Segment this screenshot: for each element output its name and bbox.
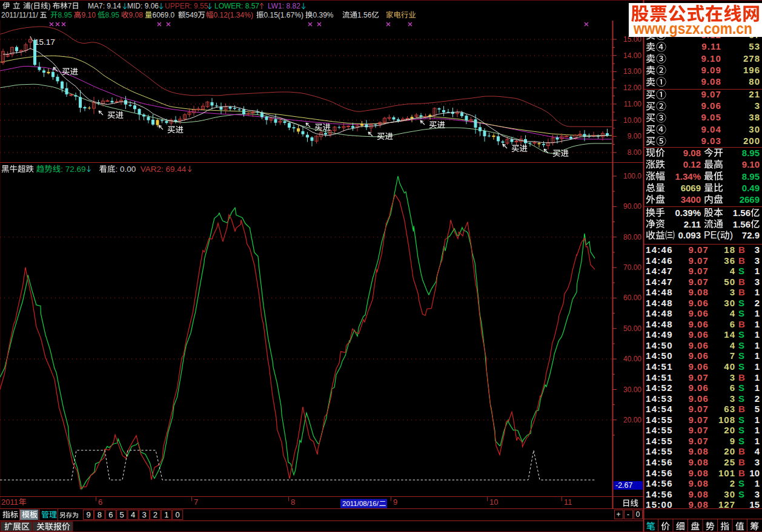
svg-text:50: 50 xyxy=(724,277,735,287)
svg-text:LW1: 8.82: LW1: 8.82 xyxy=(268,2,300,10)
svg-text:9.08: 9.08 xyxy=(688,478,709,488)
svg-text:1: 1 xyxy=(755,340,760,350)
svg-text:S: S xyxy=(738,340,744,350)
svg-text:9.07: 9.07 xyxy=(688,436,709,446)
svg-text:200: 200 xyxy=(743,136,760,146)
svg-text:3: 3 xyxy=(755,245,760,255)
svg-text:2: 2 xyxy=(755,393,760,404)
svg-text:B: B xyxy=(738,287,745,297)
svg-text:9.09: 9.09 xyxy=(701,65,721,75)
svg-text:9.07: 9.07 xyxy=(688,404,709,414)
svg-text:9: 9 xyxy=(730,436,735,446)
svg-text:30: 30 xyxy=(749,124,760,134)
svg-text:9.08: 9.08 xyxy=(701,76,721,87)
svg-text:6: 6 xyxy=(108,510,113,519)
svg-text:9.08: 9.08 xyxy=(129,11,144,19)
svg-text:9.05: 9.05 xyxy=(701,112,721,122)
svg-text:9.06: 9.06 xyxy=(688,361,709,372)
svg-text:): ) xyxy=(730,230,733,240)
svg-text:S: S xyxy=(738,436,744,446)
svg-text:2: 2 xyxy=(730,478,735,488)
svg-text:20: 20 xyxy=(724,446,735,456)
svg-text:1.34%: 1.34% xyxy=(675,171,701,182)
svg-text:9.06: 9.06 xyxy=(688,350,709,361)
svg-text:5: 5 xyxy=(755,404,760,414)
svg-text:4: 4 xyxy=(730,266,735,276)
svg-text:101: 101 xyxy=(718,468,735,478)
svg-text:53: 53 xyxy=(749,41,760,51)
svg-text:S: S xyxy=(738,266,744,276)
svg-text:1: 1 xyxy=(755,436,760,446)
svg-text:0: 0 xyxy=(176,510,180,519)
svg-text:1: 1 xyxy=(755,266,760,276)
svg-text:10: 10 xyxy=(489,498,498,507)
svg-text:14:47: 14:47 xyxy=(646,266,673,276)
svg-text:3: 3 xyxy=(730,393,735,404)
svg-text:9.10: 9.10 xyxy=(742,159,760,169)
svg-text:14:48: 14:48 xyxy=(646,319,673,329)
svg-text:7: 7 xyxy=(194,498,198,507)
svg-text:2011: 2011 xyxy=(1,498,18,507)
svg-text:0.39%: 0.39% xyxy=(313,11,334,19)
svg-text:3: 3 xyxy=(755,457,760,467)
svg-text:1: 1 xyxy=(755,372,760,383)
svg-text:127: 127 xyxy=(718,499,735,510)
svg-text:9.06: 9.06 xyxy=(688,319,709,329)
svg-text:10: 10 xyxy=(749,468,760,478)
svg-text:38: 38 xyxy=(749,112,760,122)
svg-text:www.gszx.com.cn: www.gszx.com.cn xyxy=(633,19,752,38)
svg-text:1.56: 1.56 xyxy=(357,11,372,19)
svg-text:1: 1 xyxy=(755,319,760,329)
svg-text:3: 3 xyxy=(755,277,760,287)
svg-text:14:55: 14:55 xyxy=(646,425,673,435)
svg-text:0.12(1.34%): 0.12(1.34%) xyxy=(214,11,253,19)
svg-text:14:51: 14:51 xyxy=(646,372,673,383)
svg-text:S: S xyxy=(738,350,744,361)
svg-text:LOWER: 8.57: LOWER: 8.57 xyxy=(214,2,259,10)
svg-text:40.00: 40.00 xyxy=(623,355,641,363)
svg-text:1.56: 1.56 xyxy=(733,219,750,229)
svg-text:10.00: 10.00 xyxy=(623,116,641,125)
svg-text:9.08: 9.08 xyxy=(688,457,709,467)
svg-text:B: B xyxy=(738,255,745,266)
svg-text:: 0.00: : 0.00 xyxy=(116,165,141,174)
svg-text:8.95: 8.95 xyxy=(742,148,760,158)
svg-text:9.06: 9.06 xyxy=(688,308,709,318)
svg-text:9.03: 9.03 xyxy=(701,136,721,146)
svg-text:B: B xyxy=(738,457,745,467)
svg-text:5: 5 xyxy=(120,510,124,519)
svg-text:9.06: 9.06 xyxy=(688,298,709,308)
svg-text:80: 80 xyxy=(749,76,760,87)
svg-text:0.15(1.67%): 0.15(1.67%) xyxy=(264,11,303,19)
svg-text:14:55: 14:55 xyxy=(646,446,673,456)
svg-text:80.00: 80.00 xyxy=(623,233,641,241)
svg-text:1: 1 xyxy=(755,329,760,340)
svg-text:14:51: 14:51 xyxy=(646,361,673,372)
svg-text:40: 40 xyxy=(724,361,735,372)
svg-text:18: 18 xyxy=(724,245,735,255)
svg-text:S: S xyxy=(738,298,744,308)
svg-text:2: 2 xyxy=(153,510,157,519)
svg-text:(: ( xyxy=(31,2,33,10)
svg-text:90.00: 90.00 xyxy=(623,202,641,211)
svg-text:1.56: 1.56 xyxy=(733,208,750,218)
svg-text:9.07: 9.07 xyxy=(688,266,709,276)
svg-text:9.10: 9.10 xyxy=(701,53,721,64)
svg-text:14:55: 14:55 xyxy=(646,436,673,446)
svg-text:3: 3 xyxy=(755,255,760,266)
svg-text:9.11: 9.11 xyxy=(701,41,721,51)
svg-text:S: S xyxy=(738,425,744,435)
svg-text:9.06: 9.06 xyxy=(701,100,721,111)
svg-text:S: S xyxy=(738,415,744,425)
svg-text:UPPER: 9.55: UPPER: 9.55 xyxy=(165,2,208,10)
svg-text:14:52: 14:52 xyxy=(646,383,673,393)
svg-text:S: S xyxy=(738,478,744,488)
svg-text:9.08: 9.08 xyxy=(688,499,709,510)
svg-text:7: 7 xyxy=(730,350,735,361)
svg-text:0: 0 xyxy=(636,510,640,519)
svg-text:6069.0: 6069.0 xyxy=(153,11,175,19)
svg-text:8: 8 xyxy=(291,498,295,507)
svg-text:14:48: 14:48 xyxy=(646,308,673,318)
svg-text:15.17: 15.17 xyxy=(35,38,55,47)
svg-text:3: 3 xyxy=(755,100,760,111)
